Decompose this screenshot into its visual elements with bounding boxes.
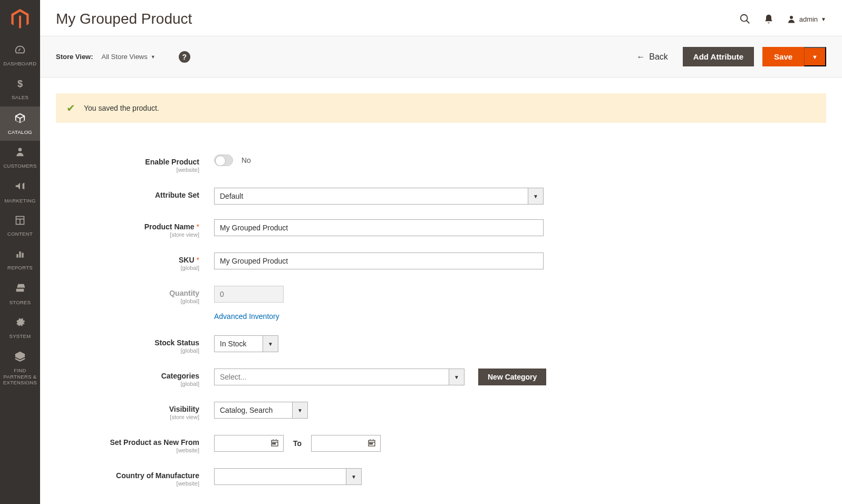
enable-product-toggle[interactable] xyxy=(214,154,233,166)
box-icon xyxy=(14,112,26,127)
svg-rect-6 xyxy=(19,251,21,258)
svg-text:$: $ xyxy=(17,79,23,89)
new-category-button[interactable]: New Category xyxy=(478,369,546,385)
svg-line-9 xyxy=(746,21,749,24)
stock-status-select[interactable]: In Stock ▼ xyxy=(214,335,278,352)
gauge-icon xyxy=(14,44,26,59)
svg-rect-16 xyxy=(274,443,275,444)
arrow-left-icon: ← xyxy=(636,52,645,62)
person-icon xyxy=(15,147,25,160)
svg-point-10 xyxy=(790,16,793,19)
help-icon[interactable]: ? xyxy=(179,51,190,63)
enable-product-value: No xyxy=(241,156,251,164)
svg-point-1 xyxy=(18,148,22,152)
chevron-down-icon: ▼ xyxy=(449,369,464,385)
chevron-down-icon: ▼ xyxy=(151,54,156,60)
new-from-date-input[interactable] xyxy=(214,435,284,452)
new-to-date-input[interactable] xyxy=(311,435,381,452)
stock-status-label: Stock Status [global] xyxy=(56,335,214,354)
quantity-label: Quantity [global] xyxy=(56,286,214,304)
magento-logo[interactable] xyxy=(0,0,40,38)
chart-icon xyxy=(15,249,25,263)
toolbar: Store View: All Store Views ▼ ? ← Back A… xyxy=(40,36,842,77)
attribute-set-label: Attribute Set xyxy=(56,188,214,199)
sidebar-item-marketing[interactable]: MARKETING xyxy=(0,175,40,209)
attribute-set-select[interactable]: Default ▼ xyxy=(214,188,544,205)
country-label: Country of Manufacture [website] xyxy=(56,468,214,487)
sidebar-item-customers[interactable]: CUSTOMERS xyxy=(0,141,40,175)
sidebar-item-stores[interactable]: STORES xyxy=(0,276,40,311)
check-icon: ✔ xyxy=(66,102,75,114)
sidebar-item-catalog[interactable]: CATALOG xyxy=(0,106,40,141)
user-name: admin xyxy=(799,15,818,23)
store-view-label: Store View: xyxy=(56,53,93,61)
page-header: My Grouped Product admin ▼ xyxy=(40,0,842,36)
store-icon xyxy=(14,282,26,297)
product-name-label: Product Name* [store view] xyxy=(56,219,214,238)
advanced-inventory-link[interactable]: Advanced Inventory xyxy=(214,312,279,321)
new-to-label: To xyxy=(293,439,302,448)
success-message: ✔ You saved the product. xyxy=(56,93,826,123)
visibility-select[interactable]: Catalog, Search ▼ xyxy=(214,402,308,419)
user-menu[interactable]: admin ▼ xyxy=(787,14,826,24)
country-select[interactable]: ▼ xyxy=(214,468,362,485)
enable-product-label: Enable Product [website] xyxy=(56,154,214,173)
bell-icon[interactable] xyxy=(763,14,774,24)
chevron-down-icon: ▼ xyxy=(812,54,818,60)
chevron-down-icon: ▼ xyxy=(292,402,308,419)
add-attribute-button[interactable]: Add Attribute xyxy=(683,47,754,66)
sidebar-item-reports[interactable]: REPORTS xyxy=(0,243,40,277)
sidebar-item-content[interactable]: CONTENT xyxy=(0,209,40,243)
svg-rect-7 xyxy=(22,253,23,257)
sidebar-item-partners[interactable]: FIND PARTNERS & EXTENSIONS xyxy=(0,345,40,392)
categories-select[interactable]: Select... ▼ xyxy=(214,369,464,385)
svg-point-8 xyxy=(740,15,747,22)
store-view-select[interactable]: All Store Views ▼ xyxy=(102,53,156,61)
search-icon[interactable] xyxy=(739,13,751,25)
calendar-icon xyxy=(367,439,376,449)
success-text: You saved the product. xyxy=(84,104,159,112)
quantity-input xyxy=(214,286,284,303)
partners-icon xyxy=(14,351,26,365)
sidebar-item-system[interactable]: SYSTEM xyxy=(0,311,40,345)
gear-icon xyxy=(15,317,25,331)
user-icon xyxy=(787,14,796,24)
page-title: My Grouped Product xyxy=(56,11,192,27)
sidebar-item-dashboard[interactable]: DASHBOARD xyxy=(0,38,40,73)
sidebar-item-sales[interactable]: $SALES xyxy=(0,73,40,106)
visibility-label: Visibility [store view] xyxy=(56,402,214,420)
save-button[interactable]: Save xyxy=(762,47,804,66)
chevron-down-icon: ▼ xyxy=(528,188,544,205)
megaphone-icon xyxy=(14,180,26,195)
back-button[interactable]: ← Back xyxy=(636,52,668,62)
chevron-down-icon: ▼ xyxy=(821,16,826,22)
chevron-down-icon: ▼ xyxy=(263,335,278,352)
layout-icon xyxy=(15,215,25,229)
svg-rect-15 xyxy=(273,443,274,444)
save-dropdown-button[interactable]: ▼ xyxy=(804,47,826,66)
sku-label: SKU* [global] xyxy=(56,253,214,271)
new-from-label: Set Product as New From [website] xyxy=(56,435,214,453)
categories-label: Categories [global] xyxy=(56,369,214,387)
chevron-down-icon: ▼ xyxy=(346,468,362,485)
sku-input[interactable] xyxy=(214,253,544,269)
calendar-icon xyxy=(270,439,279,449)
svg-rect-5 xyxy=(16,254,18,258)
svg-rect-21 xyxy=(370,443,371,444)
product-name-input[interactable] xyxy=(214,219,544,236)
sidebar: DASHBOARD $SALES CATALOG CUSTOMERS MARKE… xyxy=(0,0,40,504)
svg-rect-22 xyxy=(371,443,372,444)
dollar-icon: $ xyxy=(15,79,25,92)
